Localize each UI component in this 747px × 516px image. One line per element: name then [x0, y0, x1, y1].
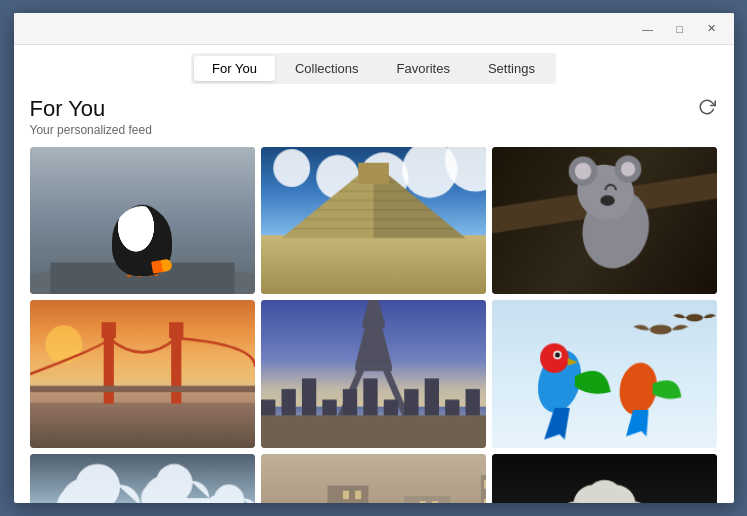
image-cell-koala[interactable]: [492, 147, 717, 294]
window-controls: — □ ✕: [634, 19, 726, 39]
page-header: For You Your personalized feed: [30, 96, 718, 137]
app-window: — □ ✕ For You Collections Favorites Sett…: [14, 13, 734, 503]
image-cell-eiffel[interactable]: [261, 300, 486, 447]
page-subtitle: Your personalized feed: [30, 123, 152, 137]
minimize-button[interactable]: —: [634, 19, 662, 39]
page-title: For You: [30, 96, 152, 122]
refresh-button[interactable]: [696, 96, 718, 118]
image-cell-city[interactable]: [261, 454, 486, 503]
tab-collections[interactable]: Collections: [277, 56, 377, 81]
tab-settings[interactable]: Settings: [470, 56, 553, 81]
image-cell-pyramid[interactable]: [261, 147, 486, 294]
main-content: For You Your personalized feed: [14, 84, 734, 503]
header-text: For You Your personalized feed: [30, 96, 152, 137]
tab-for-you[interactable]: For You: [194, 56, 275, 81]
image-cell-birds[interactable]: [492, 300, 717, 447]
image-grid: [30, 147, 718, 503]
image-cell-puffin[interactable]: [30, 147, 255, 294]
image-cell-clouds[interactable]: [30, 454, 255, 503]
image-cell-dog[interactable]: [492, 454, 717, 503]
title-bar: — □ ✕: [14, 13, 734, 45]
nav-bar: For You Collections Favorites Settings: [14, 45, 734, 84]
tab-favorites[interactable]: Favorites: [378, 56, 467, 81]
image-cell-bridge[interactable]: [30, 300, 255, 447]
tab-group: For You Collections Favorites Settings: [191, 53, 556, 84]
maximize-button[interactable]: □: [666, 19, 694, 39]
close-button[interactable]: ✕: [698, 19, 726, 39]
